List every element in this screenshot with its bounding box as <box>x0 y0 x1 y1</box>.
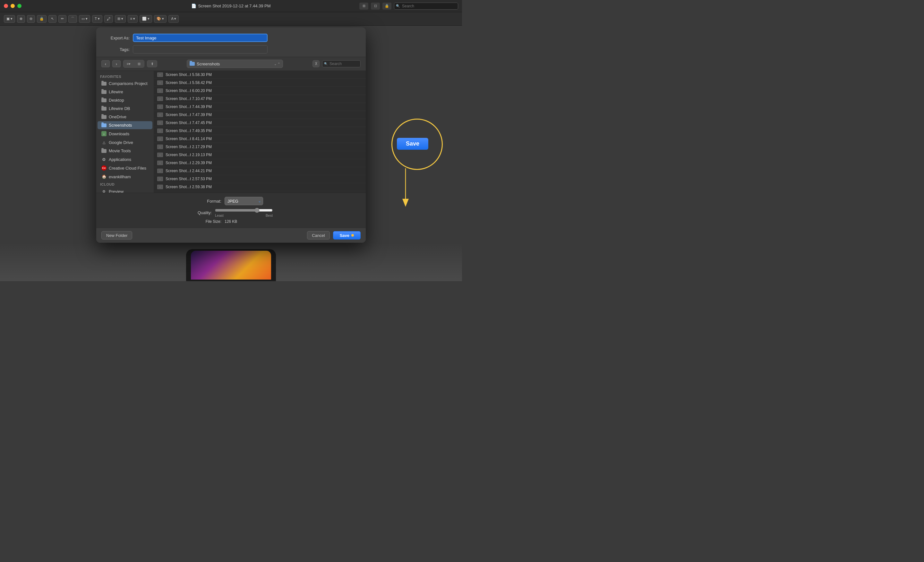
close-button[interactable] <box>4 4 8 8</box>
file-item[interactable]: ▪ Screen Shot...t 5.58.42 PM <box>154 79 366 87</box>
file-thumb: ▪ <box>157 112 163 117</box>
export-label: Export As: <box>104 36 130 40</box>
sidebar-item-lifewire-db[interactable]: Lifewire DB <box>98 105 152 112</box>
toolbar-toggle[interactable]: ⊞ <box>359 3 368 10</box>
file-name: Screen Shot...t 7.47.45 PM <box>165 121 212 125</box>
sidebar-item-comparisons[interactable]: Comparisons Project <box>98 79 152 88</box>
tags-row: Tags: <box>104 45 358 54</box>
sidebar-item-onedrive[interactable]: OneDrive <box>98 113 152 121</box>
file-item[interactable]: ▪ Screen Shot...t 4.56.24 PM <box>154 191 366 193</box>
sidebar-item-applications[interactable]: ⚙ Applications <box>98 155 152 163</box>
sidebar-item-gdrive[interactable]: △ Google Drive <box>98 138 152 146</box>
maximize-button[interactable] <box>17 4 21 8</box>
expand-btn[interactable]: ⊼ <box>312 60 320 67</box>
location-folder-icon <box>190 62 195 66</box>
toolbar-pencil-btn[interactable]: ✏ <box>58 15 66 23</box>
sidebar-item-cc[interactable]: Cc Creative Cloud Files <box>98 164 152 172</box>
share-btn[interactable]: ⬆ <box>147 60 157 67</box>
folder-icon <box>101 149 106 153</box>
doc-icon: 📄 <box>191 3 196 8</box>
file-item[interactable]: ▪ Screen Shot...t 7.47.39 PM <box>154 111 366 119</box>
quality-slider[interactable] <box>215 208 273 213</box>
toolbar-color-btn[interactable]: 🎨 ▾ <box>154 15 166 23</box>
file-name: Screen Shot...t 7.10.47 PM <box>165 97 212 101</box>
sidebar-item-label: Preview <box>109 189 123 193</box>
file-thumb: ▪ <box>157 81 163 85</box>
toolbar-path-btn[interactable]: ⌒ <box>68 15 77 23</box>
file-thumb: ▪ <box>157 137 163 141</box>
minimize-button[interactable] <box>10 4 15 8</box>
sidebar-item-lifewire[interactable]: Lifewire <box>98 88 152 96</box>
export-row: Export As: <box>104 34 358 42</box>
file-item[interactable]: ▪ Screen Shot...t 5.58.30 PM <box>154 71 366 79</box>
toolbar-layer-btn[interactable]: ⬜ ▾ <box>140 15 152 23</box>
location-dropdown[interactable]: Screenshots ⌄ ⌃ <box>187 60 283 68</box>
file-thumb: ▪ <box>157 152 163 157</box>
gdrive-icon: △ <box>101 140 106 145</box>
sidebar-item-screenshots[interactable]: Screenshots <box>98 121 152 129</box>
sidebar-item-movie-tools[interactable]: Movie Tools <box>98 147 152 155</box>
file-item[interactable]: ▪ Screen Shot...t 2.59.38 PM <box>154 183 366 191</box>
toolbar-select-btn[interactable]: ▣ ▾ <box>4 15 15 23</box>
file-item[interactable]: ▪ Screen Shot...t 2.19.13 PM <box>154 151 366 159</box>
toolbar-crop-btn[interactable]: ⊞ ▾ <box>115 15 126 23</box>
file-name: Screen Shot...t 2.59.38 PM <box>165 185 212 189</box>
dialog-header: Export As: Tags: <box>96 27 366 57</box>
lock-btn[interactable]: 🔒 <box>382 3 392 10</box>
toolbar-lock-btn[interactable]: 🔒 <box>37 15 46 23</box>
annotation-circle <box>392 119 443 170</box>
toolbar-font-btn[interactable]: A ▾ <box>168 15 179 23</box>
traffic-lights <box>4 4 21 8</box>
export-input[interactable] <box>133 34 268 42</box>
list-view-btn[interactable]: ≡▾ <box>123 60 134 67</box>
new-folder-button[interactable]: New Folder <box>101 231 132 239</box>
format-select[interactable]: JPEG PNG TIFF PDF <box>225 197 263 205</box>
file-name: Screen Shot...t 7.47.39 PM <box>165 112 212 117</box>
forward-button[interactable]: › <box>112 60 121 67</box>
file-item[interactable]: ▪ Screen Shot...t 8.41.14 PM <box>154 135 366 143</box>
icon-view-btn[interactable]: ⊞ <box>134 60 144 67</box>
annotation-arrow <box>393 168 418 207</box>
sidebar-item-label: Screenshots <box>109 123 132 128</box>
file-item[interactable]: ▪ Screen Shot...t 2.57.53 PM <box>154 175 366 183</box>
filesize-row: File Size: 126 KB <box>103 219 359 224</box>
file-item[interactable]: ▪ Screen Shot...t 2.17.29 PM <box>154 143 366 151</box>
file-item[interactable]: ▪ Screen Shot...t 7.44.39 PM <box>154 103 366 111</box>
folder-icon <box>101 90 106 94</box>
filesize-label: File Size: <box>199 219 221 224</box>
back-button[interactable]: ‹ <box>101 60 110 67</box>
file-thumb: ▪ <box>157 105 163 109</box>
file-item[interactable]: ▪ Screen Shot...t 7.49.35 PM <box>154 127 366 135</box>
toolbar-zoom-btn[interactable]: ⊕ <box>17 15 25 23</box>
downloads-icon: ↓ <box>101 131 106 136</box>
toolbar-zoom-out-btn[interactable]: ⊖ <box>27 15 35 23</box>
tags-input[interactable] <box>133 45 268 54</box>
quality-row: Quality: Least Best <box>103 208 359 217</box>
sidebar-item-home[interactable]: 🏠 evankillham <box>98 172 152 181</box>
dialog-search-input[interactable] <box>322 60 361 67</box>
sidebar-item-downloads[interactable]: ↓ Downloads <box>98 130 152 138</box>
file-item[interactable]: ▪ Screen Shot...t 7.10.47 PM <box>154 95 366 103</box>
toolbar-cursor-btn[interactable]: ↖ <box>48 15 57 23</box>
titlebar-controls: ⊞ ⊡ 🔒 <box>359 3 458 10</box>
file-item[interactable]: ▪ Screen Shot...t 2.44.21 PM <box>154 167 366 175</box>
titlebar-search-input[interactable] <box>394 3 458 10</box>
toolbar-arrange-btn[interactable]: ≡ ▾ <box>128 15 138 23</box>
toolbar-paint-btn[interactable]: 🖍 <box>104 15 113 23</box>
file-name: Screen Shot...t 7.44.39 PM <box>165 105 212 109</box>
save-button[interactable]: Save <box>333 231 361 239</box>
toolbar-text-btn[interactable]: T ▾ <box>92 15 102 23</box>
file-name: Screen Shot...t 5.58.42 PM <box>165 81 212 85</box>
sidebar-item-desktop[interactable]: Desktop <box>98 96 152 104</box>
zoom-fit[interactable]: ⊡ <box>371 3 380 10</box>
search-wrap <box>394 3 458 10</box>
folder-icon <box>101 99 106 102</box>
quality-range-labels: Least Best <box>215 214 273 217</box>
sidebar-item-preview[interactable]: ⚙ Preview <box>98 187 152 193</box>
file-item[interactable]: ▪ Screen Shot...t 7.47.45 PM <box>154 119 366 127</box>
file-item[interactable]: ▪ Screen Shot...t 6.00.20 PM <box>154 87 366 95</box>
format-label: Format: <box>199 199 221 203</box>
file-item[interactable]: ▪ Screen Shot...t 2.29.39 PM <box>154 159 366 167</box>
cancel-button[interactable]: Cancel <box>307 231 330 239</box>
toolbar-shape-btn[interactable]: ▭ ▾ <box>79 15 90 23</box>
